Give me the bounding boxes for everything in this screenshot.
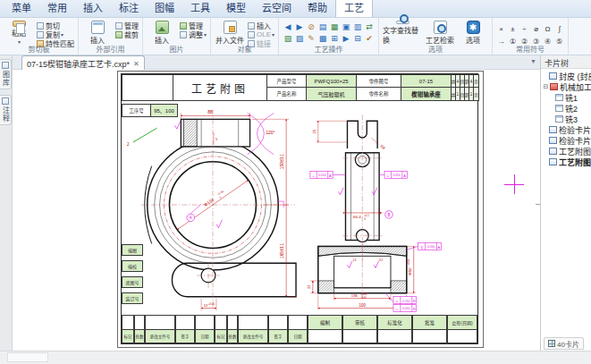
ole-button[interactable]: OLE▾ [248, 30, 274, 38]
sign-label: 批准 [412, 315, 447, 330]
process-op-icon[interactable]: ▩ [317, 34, 328, 44]
prev-card-button[interactable]: ◀ [283, 22, 293, 32]
change-label: 更改文件号 [145, 329, 175, 343]
tree-item-attached-drawing2-selected[interactable]: 工艺附图 [541, 157, 591, 167]
process-op-icon[interactable]: ⊘ [306, 22, 317, 32]
insert-object-icon [248, 22, 255, 30]
process-op-icon[interactable]: ▥ [352, 22, 363, 32]
svg-text:5: 5 [215, 137, 218, 141]
menu-tab-tools[interactable]: 工具 [182, 0, 218, 17]
tree-item-cover[interactable]: 封皮 (封皮) [541, 71, 591, 81]
xref-insert-button[interactable]: 插入 [82, 20, 113, 45]
process-op-icon[interactable]: ▤ [317, 22, 328, 32]
svg-text:A: A [190, 216, 192, 220]
menu-tab-common[interactable]: 常用 [39, 0, 75, 17]
process-op-icon[interactable]: ▦ [329, 22, 340, 32]
document-tab[interactable]: 07-15楔钳轴承座工艺卡.cxp* ✕ [21, 55, 145, 70]
symbol-button[interactable]: ± [508, 23, 518, 33]
manage-icon [115, 22, 122, 30]
svg-text:B: B [388, 213, 391, 217]
image-adjust-button[interactable]: 调整▾ [180, 30, 207, 38]
merge-file-button[interactable]: 并入文件 [215, 20, 245, 45]
process-op-icon[interactable]: ✔ [364, 34, 375, 44]
svg-text:R8: R8 [379, 144, 386, 151]
dimensions: 88 120° Φ104 +0.08 0 A [127, 110, 441, 311]
process-op-icon[interactable]: ⊟ [352, 34, 363, 44]
header-empty-cell [122, 74, 173, 101]
symbol-button[interactable]: ∫ [554, 23, 564, 33]
tree-item-machining[interactable]: ⊟ 机械加工 [541, 81, 591, 92]
pages-cell: 页 [473, 74, 479, 88]
process-no-value[interactable]: 95、100 [150, 104, 178, 117]
tree-item-attached-drawing1[interactable]: 工艺附图 [541, 146, 591, 157]
xref-manage-button[interactable]: 管理 [115, 21, 139, 30]
process-op-icon[interactable]: ⇄ [364, 22, 375, 32]
image-manage-button[interactable]: 管理 [180, 21, 207, 30]
cards-count-tab[interactable]: 40卡片 [544, 337, 584, 350]
object-insert-button[interactable]: 插入 [248, 21, 274, 30]
menu-tab-sheet[interactable]: 图幅 [147, 0, 182, 17]
xref-clip-button[interactable]: 裁剪 [115, 30, 139, 38]
collapse-expander-icon[interactable]: ⊟ [543, 84, 549, 90]
copy-button[interactable]: 复制▾ [37, 30, 74, 38]
group-label: 对象 [211, 44, 278, 54]
menu-tab-process-active[interactable]: 工艺 [335, 0, 373, 17]
menu-tab-insert[interactable]: 插入 [75, 0, 111, 17]
left-tab-library[interactable]: 图库 [0, 59, 12, 89]
process-op-icon[interactable]: ✎ [306, 34, 317, 44]
process-search-button[interactable]: 工艺检索 [425, 20, 455, 45]
document-tab-bar: 07-15楔钳轴承座工艺卡.cxp* ✕ ▼ [13, 55, 540, 70]
card-icon [549, 72, 557, 80]
margin-label-binding-no: 装订号 [122, 292, 143, 304]
svg-text:3.2: 3.2 [379, 258, 383, 262]
process-op-icon[interactable]: ▧ [283, 34, 293, 44]
find-replace-button[interactable]: 文字查找替换 [383, 20, 422, 45]
svg-text:+0.1: +0.1 [364, 214, 369, 217]
left-tab-annotation[interactable]: 注释 [0, 95, 12, 125]
close-icon[interactable]: ✕ [133, 60, 139, 68]
group-label: 常用符号 [493, 44, 568, 54]
drawing-canvas[interactable]: 工艺附图 产品型号 PWFQ100×25 零件图号 07-15 共 4 页 第 … [13, 70, 540, 351]
change-label: 签字 [175, 329, 195, 343]
product-name-value[interactable]: 气压胶辊机 [306, 87, 357, 101]
menu-tab-annotate[interactable]: 标注 [111, 0, 147, 17]
part-name-value[interactable]: 楔钳轴承座 [401, 87, 452, 101]
svg-text:0: 0 [219, 195, 223, 199]
part-no-value[interactable]: 07-15 [401, 74, 452, 88]
paste-button[interactable]: 粘贴 ▾ [4, 20, 34, 45]
centerlines [141, 109, 382, 307]
symbol-button[interactable]: Ω [543, 23, 553, 33]
symbol-button[interactable]: ⌀ [531, 23, 541, 33]
tree-item-mill1[interactable]: 铣1 [541, 92, 591, 103]
process-op-icon[interactable]: ▶ [341, 34, 351, 44]
tree-item-mill3[interactable]: 铣3 [541, 114, 591, 124]
next-card-button[interactable]: ▶ [294, 22, 305, 32]
ole-icon [248, 31, 255, 38]
tree-item-inspection1[interactable]: 检验卡片 [541, 124, 591, 135]
cursor-crosshair [504, 184, 524, 185]
menu-tab-help[interactable]: 帮助 [300, 0, 335, 17]
sidebar-collapse-icon[interactable]: ▼ [530, 58, 536, 64]
cards-count-label: 40卡片 [557, 339, 579, 349]
svg-text:150±0.1: 150±0.1 [280, 154, 284, 169]
options-button[interactable]: ✱ 选项 [458, 20, 488, 45]
tree-item-inspection2[interactable]: 检验卡片 [541, 135, 591, 146]
process-op-icon[interactable]: ▣ [341, 22, 351, 32]
menu-tab-model[interactable]: 模型 [218, 0, 254, 17]
symbol-button[interactable]: × [496, 23, 506, 33]
cut-button[interactable]: 剪切 [37, 21, 74, 30]
process-search-icon [434, 21, 447, 34]
menu-tab-cloud[interactable]: 云空间 [254, 0, 300, 17]
process-op-icon[interactable]: ▨ [294, 34, 305, 44]
symbol-button[interactable]: ÷ [519, 23, 529, 33]
product-model-value[interactable]: PWFQ100×25 [306, 74, 357, 88]
product-name-label: 产品名称 [266, 87, 307, 101]
menu-tab-menu[interactable]: 菜单 [4, 0, 39, 17]
image-insert-button[interactable]: 插入 [147, 20, 177, 45]
ribbon-tab-bar: 菜单 常用 插入 标注 图幅 工具 模型 云空间 帮助 工艺 [0, 0, 591, 18]
group-process-ops: ◀ ▶ ⊘ ▤ ▦ ▣ ▥ ⇄ ▧ ▨ ✎ ▩ ⊞ ▶ ⊟ ✔ 工艺操作 [279, 18, 379, 55]
tree-item-mill2[interactable]: 铣2 [541, 103, 591, 114]
chevron-down-icon: ▾ [204, 31, 207, 38]
process-op-icon[interactable]: ⊞ [329, 34, 340, 44]
card-tree: 封皮 (封皮) ⊟ 机械加工 铣1 铣2 铣3 检验卡片 检验卡片 工艺附图 工… [541, 69, 591, 351]
